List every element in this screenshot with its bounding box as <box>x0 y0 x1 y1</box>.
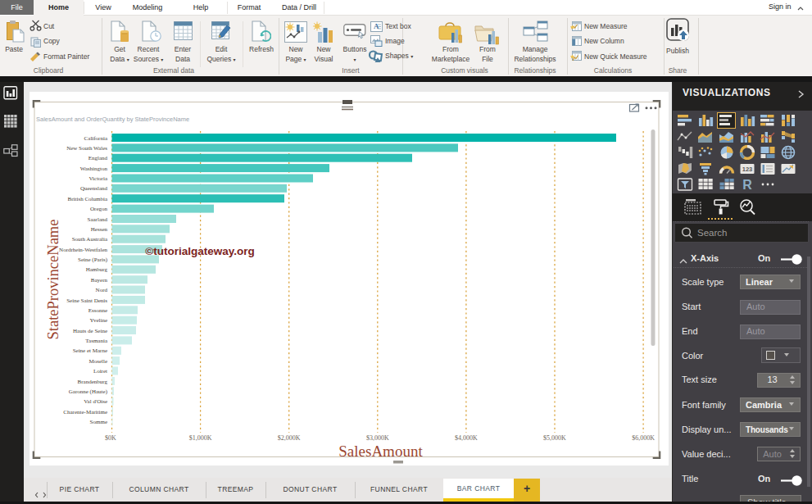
svg-text:Queensland: Queensland <box>80 185 108 192</box>
svg-text:Seine et Marne: Seine et Marne <box>73 347 107 354</box>
svg-text:Yveline: Yveline <box>90 317 107 324</box>
svg-text:Essonne: Essonne <box>88 307 107 314</box>
svg-text:British Columbia: British Columbia <box>68 196 108 202</box>
svg-text:Garonne (Haute): Garonne (Haute) <box>69 388 108 395</box>
svg-text:Bayern: Bayern <box>91 277 108 284</box>
svg-text:Washington: Washington <box>80 166 108 172</box>
svg-text:123: 123 <box>742 166 753 173</box>
svg-text:Hessen: Hessen <box>91 226 108 233</box>
svg-text:R: R <box>742 178 752 192</box>
svg-text:South Australia: South Australia <box>72 236 108 243</box>
svg-text:$4,000K: $4,000K <box>455 434 478 442</box>
svg-text:SalesAmount and OrderQuantity: SalesAmount and OrderQuantity by StatePr… <box>36 116 189 123</box>
svg-text:©tutorialgateway.org: ©tutorialgateway.org <box>145 245 254 257</box>
svg-text:Val d'Oise: Val d'Oise <box>84 398 107 405</box>
svg-text:Hamburg: Hamburg <box>86 266 108 273</box>
svg-text:California: California <box>84 135 108 142</box>
svg-text:Loiret: Loiret <box>93 368 107 375</box>
svg-text:Seine Saint Denis: Seine Saint Denis <box>66 297 107 304</box>
svg-text:Somme: Somme <box>90 419 107 425</box>
svg-text:Victoria: Victoria <box>88 175 107 182</box>
svg-text:Oregon: Oregon <box>90 206 107 212</box>
svg-text:$5,000K: $5,000K <box>543 434 566 442</box>
svg-text:England: England <box>88 155 108 161</box>
svg-text:A: A <box>374 22 379 30</box>
svg-text:New South Wales: New South Wales <box>66 145 107 152</box>
svg-text:$1,000K: $1,000K <box>189 434 212 442</box>
svg-text:Charente-Maritime: Charente-Maritime <box>63 409 107 415</box>
svg-text:Saarland: Saarland <box>88 216 108 223</box>
svg-text:$3,000K: $3,000K <box>366 434 389 442</box>
svg-text:Nordrhein-Westfalen: Nordrhein-Westfalen <box>59 247 107 253</box>
svg-text:Tasmania: Tasmania <box>85 338 108 344</box>
svg-text:Brandenburg: Brandenburg <box>78 379 108 385</box>
svg-text:$6,000K: $6,000K <box>632 434 655 442</box>
svg-text:StateProvinceName: StateProvinceName <box>45 220 61 340</box>
svg-text:Moselle: Moselle <box>88 358 107 365</box>
svg-text:$2,000K: $2,000K <box>278 434 301 442</box>
svg-text:Hauts de Seine: Hauts de Seine <box>73 328 107 334</box>
svg-text:Nord: Nord <box>96 287 108 293</box>
svg-text:Seine (Paris): Seine (Paris) <box>78 257 108 263</box>
svg-text:$0K: $0K <box>105 434 116 442</box>
